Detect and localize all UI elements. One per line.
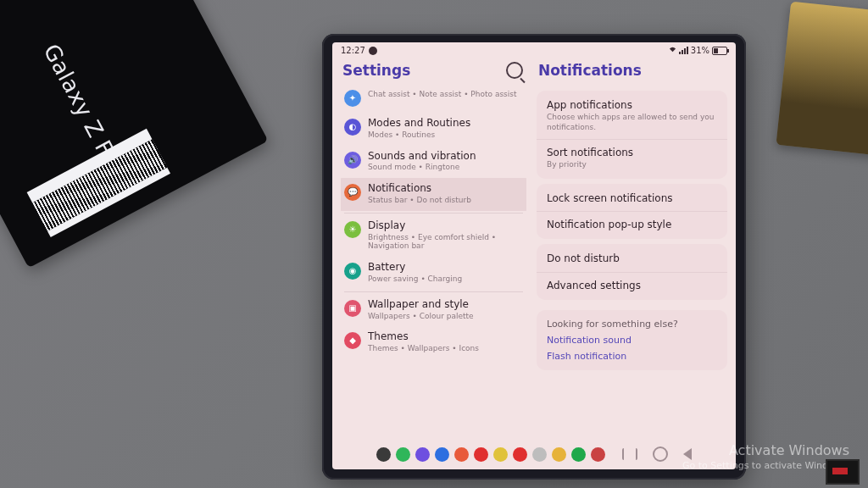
looking-card: Looking for something else? Notification… — [537, 310, 727, 370]
dock-app-icon[interactable] — [591, 447, 605, 462]
settings-row[interactable]: ▣Wallpaper and styleWallpapers • Colour … — [341, 294, 526, 327]
settings-row-subtitle: Sound mode • Ringtone — [368, 163, 523, 172]
watermark-line1: Activate Windows — [682, 442, 849, 458]
settings-row-subtitle: Brightness • Eye comfort shield • Naviga… — [368, 233, 523, 252]
settings-row-title: Sounds and vibration — [368, 151, 523, 163]
signal-icon — [679, 47, 688, 54]
card-row-title: Notification pop-up style — [547, 219, 717, 230]
card-row-title: Advanced settings — [547, 280, 717, 291]
settings-title: Settings — [342, 62, 410, 79]
card-row-title: Sort notifications — [547, 147, 717, 158]
battery-text: 31% — [691, 46, 709, 55]
activate-watermark: Activate Windows Go to Settings to activ… — [682, 442, 849, 471]
search-icon[interactable] — [506, 62, 523, 79]
battery-icon — [712, 47, 727, 55]
settings-row[interactable]: 🔊Sounds and vibrationSound mode • Ringto… — [341, 146, 526, 179]
card-row[interactable]: Do not disturb — [537, 246, 727, 271]
settings-row-icon: ☀ — [344, 221, 361, 238]
dock-app-icon[interactable] — [454, 447, 469, 462]
dock-app-icon[interactable] — [532, 447, 547, 462]
wifi-icon — [669, 46, 676, 55]
card-row-title: Lock screen notifications — [547, 192, 717, 204]
dock-app-icon[interactable] — [552, 447, 566, 462]
detail-pane: Notifications App notificationsChoose wh… — [531, 57, 736, 469]
settings-row-title: Battery — [368, 262, 523, 274]
settings-card: App notificationsChoose which apps are a… — [537, 91, 727, 179]
settings-row[interactable]: ◐Modes and RoutinesModes • Routines — [341, 113, 526, 146]
screen: 12:27 31% Settings — [332, 42, 736, 469]
settings-row-icon: ✦ — [344, 90, 361, 107]
settings-row-title: Wallpaper and style — [368, 299, 523, 311]
settings-row-subtitle: Wallpapers • Colour palette — [368, 312, 523, 321]
watermark-line2: Go to Settings to activate Windows. — [682, 460, 849, 471]
dock — [332, 444, 736, 464]
settings-row-icon: ◐ — [344, 119, 361, 136]
settings-list: ✦Chat assist • Note assist • Photo assis… — [341, 84, 526, 469]
detail-title: Notifications — [537, 60, 727, 82]
card-row[interactable]: Notification pop-up style — [537, 211, 727, 237]
card-row[interactable]: Lock screen notifications — [537, 186, 727, 211]
background-object — [776, 2, 868, 157]
card-row-subtitle: By priority — [547, 160, 717, 169]
nav-bar — [622, 446, 692, 462]
settings-row-icon: ▣ — [344, 300, 361, 317]
card-row[interactable]: Advanced settings — [537, 272, 727, 298]
dock-app-icon[interactable] — [396, 447, 410, 462]
settings-row[interactable]: ☀DisplayBrightness • Eye comfort shield … — [341, 215, 526, 257]
settings-row[interactable]: ◆ThemesThemes • Wallpapers • Icons — [341, 326, 526, 359]
dock-app-icon[interactable] — [435, 447, 449, 462]
card-row[interactable]: App notificationsChoose which apps are a… — [537, 92, 727, 139]
status-bar: 12:27 31% — [332, 42, 736, 57]
looking-heading: Looking for something else? — [547, 319, 717, 330]
settings-row-icon: 🔊 — [344, 152, 361, 169]
settings-pane: Settings ✦Chat assist • Note assist • Ph… — [332, 57, 531, 469]
settings-card: Do not disturbAdvanced settings — [537, 244, 727, 300]
separator — [344, 213, 523, 214]
link-flash-notification[interactable]: Flash notification — [547, 351, 717, 362]
settings-row-icon: 💬 — [344, 184, 361, 201]
settings-row[interactable]: ◉BatteryPower saving • Charging — [341, 257, 526, 290]
nav-recent-icon[interactable] — [622, 448, 637, 460]
settings-card: Lock screen notificationsNotification po… — [537, 184, 727, 240]
status-time: 12:27 — [341, 46, 365, 55]
dock-app-icon[interactable] — [571, 447, 586, 462]
settings-row-title: Themes — [368, 331, 523, 343]
dock-app-icon[interactable] — [376, 447, 391, 462]
settings-row-title: Modes and Routines — [368, 118, 523, 130]
notification-dot-icon — [369, 47, 377, 55]
settings-row-subtitle: Chat assist • Note assist • Photo assist — [368, 90, 523, 99]
settings-row-subtitle: Power saving • Charging — [368, 274, 523, 284]
card-row-subtitle: Choose which apps are allowed to send yo… — [547, 113, 717, 132]
settings-row-title: Notifications — [368, 183, 523, 195]
link-notification-sound[interactable]: Notification sound — [547, 335, 717, 346]
settings-row[interactable]: ✦Chat assist • Note assist • Photo assis… — [341, 84, 526, 113]
dock-app-icon[interactable] — [513, 447, 527, 462]
product-box: Galaxy Z Fold6 — [0, 0, 268, 268]
settings-row-icon: ◉ — [344, 263, 361, 280]
settings-row[interactable]: 💬NotificationsStatus bar • Do not distur… — [341, 178, 526, 211]
dock-app-icon[interactable] — [474, 447, 488, 462]
separator — [344, 291, 523, 292]
card-row-title: Do not disturb — [547, 252, 717, 264]
card-row[interactable]: Sort notificationsBy priority — [537, 139, 727, 177]
settings-row-icon: ◆ — [344, 332, 361, 349]
nav-home-icon[interactable] — [653, 446, 668, 462]
card-row-title: App notifications — [547, 99, 717, 111]
dock-app-icon[interactable] — [415, 447, 430, 462]
dock-app-icon[interactable] — [493, 447, 508, 462]
tablet-device: 12:27 31% Settings — [322, 34, 746, 480]
settings-row-subtitle: Modes • Routines — [368, 130, 523, 140]
settings-row-subtitle: Status bar • Do not disturb — [368, 196, 523, 205]
channel-logo — [826, 459, 860, 485]
settings-row-title: Display — [368, 220, 523, 232]
settings-row-subtitle: Themes • Wallpapers • Icons — [368, 344, 523, 353]
